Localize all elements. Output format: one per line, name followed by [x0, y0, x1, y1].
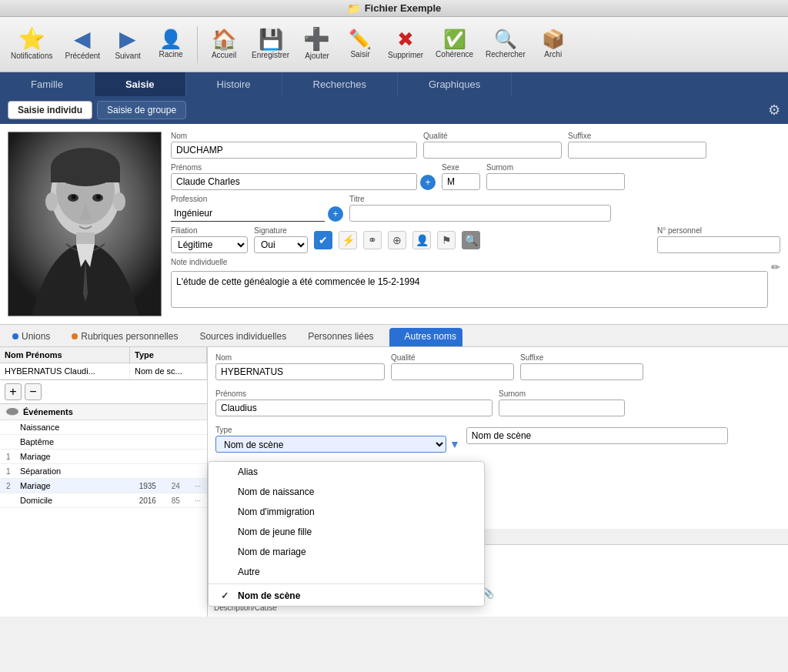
saisir-icon: ✏️: [349, 30, 372, 48]
profession-add-btn[interactable]: +: [328, 206, 343, 222]
link-icon[interactable]: ⚭: [363, 231, 382, 249]
profession-group: Profession +: [171, 195, 343, 222]
settings-icon[interactable]: ⚙: [768, 102, 780, 119]
coherence-label: Cohérence: [436, 50, 473, 59]
an-suffixe-input[interactable]: [520, 363, 643, 380]
signature-label: Signature: [254, 226, 308, 235]
tab-graphiques[interactable]: Graphiques: [398, 72, 512, 96]
supprimer-label: Supprimer: [388, 51, 423, 59]
tab-famille[interactable]: Famille: [0, 72, 95, 96]
title-text: Fichier Exemple: [365, 2, 442, 14]
tab-recherches[interactable]: Recherches: [282, 72, 398, 96]
notifications-label: Notifications: [11, 52, 52, 60]
sexe-input[interactable]: [442, 173, 480, 190]
an-qualite-label: Qualité: [391, 353, 514, 362]
tab-personnes[interactable]: Personnes liées: [302, 328, 379, 346]
tab-rubriques[interactable]: Rubriques personnelles: [65, 328, 184, 346]
signature-select[interactable]: Oui: [254, 236, 308, 253]
surnom-input[interactable]: [486, 173, 625, 190]
ajouter-label: Ajouter: [305, 52, 329, 60]
note-input[interactable]: L'étude de cette généalogie a été commen…: [171, 271, 768, 308]
tab-sources-indiv[interactable]: Sources individuelles: [193, 328, 292, 346]
title-bar: 📁 Fichier Exemple: [0, 0, 788, 17]
tab-autres-noms[interactable]: Autres noms: [389, 328, 462, 346]
precedent-icon: ◀: [74, 28, 91, 50]
event-domicile[interactable]: Domicile 2016 85 ···: [0, 493, 207, 508]
enregistrer-icon: 💾: [259, 29, 283, 49]
filiation-select[interactable]: Légitime: [171, 236, 248, 253]
toolbar-notifications[interactable]: ⭐ Notifications: [6, 25, 57, 63]
prenoms-input[interactable]: [171, 173, 417, 190]
person-icon[interactable]: 👤: [412, 231, 431, 249]
events-title: Événements: [23, 407, 73, 416]
saisie-groupe-btn[interactable]: Saisie de groupe: [97, 101, 186, 119]
an-type-select[interactable]: Autre Alias Nom de naissance Nom d'immig…: [215, 436, 446, 453]
dropdown-nom-immigration[interactable]: Nom d'immigration: [209, 502, 484, 522]
add-name-btn[interactable]: +: [5, 383, 22, 400]
main-content: Nom Qualité Suffixe Prénoms: [0, 124, 788, 617]
event-year-mariage2: 1935: [139, 482, 167, 490]
toolbar-racine[interactable]: 👤 Racine: [151, 27, 191, 62]
svg-rect-5: [51, 167, 120, 182]
event-separation[interactable]: 1 Séparation: [0, 464, 207, 479]
event-name-mariage1: Mariage: [20, 452, 201, 461]
dropdown-nom-naissance[interactable]: Nom de naissance: [209, 482, 484, 502]
tab-histoire[interactable]: Histoire: [186, 72, 282, 96]
event-num-separation: 1: [6, 467, 15, 476]
check-icon[interactable]: ✔: [314, 231, 332, 249]
an-surnom-input[interactable]: [499, 400, 625, 416]
note-edit-icon[interactable]: ✏: [771, 261, 780, 273]
toolbar-accueil[interactable]: 🏠 Accueil: [204, 26, 244, 62]
filiation-row: Filiation Légitime Signature Oui ✔ ⚡ ⚭ ⊕…: [171, 226, 780, 253]
magnify-icon[interactable]: 🔍: [462, 231, 480, 249]
event-naissance[interactable]: Naissance: [0, 420, 207, 435]
sub-toolbar-left: Saisie individu Saisie de groupe: [8, 101, 186, 119]
event-age-mariage2: 24: [172, 482, 190, 490]
toolbar-precedent[interactable]: ◀ Précédent: [60, 25, 105, 63]
event-bapteme[interactable]: Baptême: [0, 435, 207, 450]
toolbar-rechercher[interactable]: 🔍 Rechercher: [481, 27, 530, 62]
an-type-right-input[interactable]: [466, 427, 728, 444]
dropdown-nom-mariage[interactable]: Nom de mariage: [209, 542, 484, 562]
tab-saisie[interactable]: Saisie: [95, 72, 186, 96]
toolbar: ⭐ Notifications ◀ Précédent ▶ Suivant 👤 …: [0, 17, 788, 72]
split-icon[interactable]: ⚡: [339, 231, 357, 249]
flag-icon[interactable]: ⚑: [437, 231, 456, 249]
num-personnel-input[interactable]: [657, 236, 780, 253]
rechercher-icon: 🔍: [494, 30, 517, 48]
dropdown-nom-scene[interactable]: ✓ Nom de scène: [209, 586, 484, 606]
an-nom-row: Nom Qualité Suffixe: [215, 353, 780, 380]
titre-input[interactable]: [349, 205, 611, 222]
tab-unions[interactable]: Unions: [6, 328, 56, 346]
events-section: Événements Naissance Baptême 1 Mariage 1…: [0, 403, 207, 508]
dropdown-alias[interactable]: Alias: [209, 462, 484, 482]
toolbar-supprimer[interactable]: ✖ Supprimer: [383, 26, 428, 62]
toolbar-archi[interactable]: 📦 Archi: [533, 27, 573, 62]
an-suffixe-label: Suffixe: [520, 353, 643, 362]
event-mariage1[interactable]: 1 Mariage: [0, 450, 207, 464]
chain-icon[interactable]: ⊕: [388, 231, 406, 249]
profession-input[interactable]: [171, 205, 325, 222]
an-prenoms-row: Prénoms Surnom: [215, 389, 780, 416]
titre-group: Titre: [349, 195, 611, 222]
toolbar-enregistrer[interactable]: 💾 Enregistrer: [247, 26, 294, 62]
prenoms-add-btn[interactable]: +: [420, 175, 436, 190]
saisie-individu-btn[interactable]: Saisie individu: [8, 101, 92, 119]
event-mariage2[interactable]: 2 Mariage 1935 24 ···: [0, 479, 207, 493]
an-prenoms-input[interactable]: [215, 400, 492, 416]
nom-input[interactable]: [171, 142, 417, 159]
suffixe-input[interactable]: [568, 142, 706, 159]
toolbar-ajouter[interactable]: ➕ Ajouter: [297, 25, 337, 63]
an-qualite-input[interactable]: [391, 363, 514, 380]
event-name-separation: Séparation: [20, 466, 201, 476]
qualite-input[interactable]: [423, 142, 562, 159]
toolbar-saisir[interactable]: ✏️ Saisir: [340, 27, 380, 62]
other-names-row[interactable]: HYBERNATUS Claudi... Nom de sc...: [0, 363, 207, 379]
dropdown-nom-jeune-fille[interactable]: Nom de jeune fille: [209, 522, 484, 542]
event-name-domicile: Domicile: [20, 496, 135, 505]
dropdown-autre[interactable]: Autre: [209, 562, 484, 582]
remove-name-btn[interactable]: −: [25, 383, 42, 400]
toolbar-coherence[interactable]: ✅ Cohérence: [431, 27, 478, 62]
an-nom-input[interactable]: [215, 363, 385, 380]
toolbar-suivant[interactable]: ▶ Suivant: [108, 25, 148, 63]
